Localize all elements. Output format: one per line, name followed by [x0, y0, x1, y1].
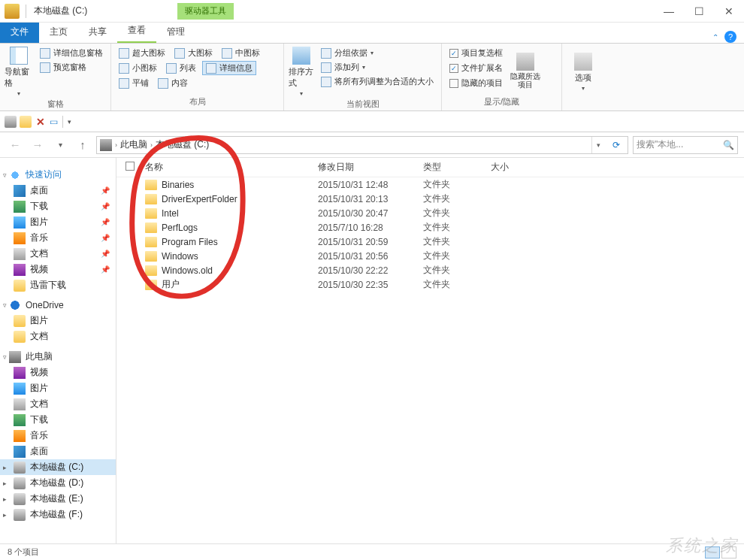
sidebar-videos[interactable]: 视频📌 [0, 262, 116, 277]
sidebar-this-pc[interactable]: ▿此电脑 [0, 349, 116, 365]
file-row[interactable]: Windows2015/10/31 20:56文件夹 [116, 249, 744, 263]
file-row[interactable]: Program Files2015/10/31 20:59文件夹 [116, 235, 744, 249]
sidebar[interactable]: ▿快速访问 桌面📌 下载📌 图片📌 音乐📌 文档📌 视频📌 迅雷下载 ▿OneD… [0, 158, 116, 543]
sidebar-drive-d[interactable]: ▸本地磁盘 (D:) [0, 475, 116, 491]
video-icon [14, 264, 26, 276]
sidebar-desktop[interactable]: 桌面📌 [0, 183, 116, 198]
column-name[interactable]: 名称 [145, 161, 318, 174]
forward-button[interactable]: → [29, 136, 47, 154]
refresh-button[interactable]: ⟳ [608, 137, 625, 153]
autosize-columns-button[interactable]: 将所有列调整为合适的大小 [318, 75, 437, 88]
sidebar-od-pictures[interactable]: 图片 [0, 313, 116, 328]
sidebar-xunlei[interactable]: 迅雷下载 [0, 277, 116, 293]
separator [62, 116, 63, 128]
options-button[interactable]: 选项 ▾ [567, 47, 600, 97]
file-type: 文件夹 [423, 264, 491, 277]
star-icon [9, 169, 21, 181]
up-button[interactable]: ↑ [74, 136, 92, 154]
nav-pane-button[interactable]: 导航窗格 ▾ [5, 47, 32, 97]
layout-tiles[interactable]: 平铺 [116, 77, 152, 89]
collapse-ribbon-icon[interactable]: ⌃ [712, 33, 718, 41]
sidebar-pc-pictures[interactable]: 图片 [0, 380, 116, 396]
sidebar-quick-access[interactable]: ▿快速访问 [0, 167, 116, 183]
layout-small[interactable]: 小图标 [116, 61, 160, 75]
drive-icon [5, 4, 20, 19]
sidebar-music[interactable]: 音乐📌 [0, 230, 116, 246]
show-hide-group-label: 显示/隐藏 [446, 95, 557, 109]
file-row[interactable]: Intel2015/10/30 20:47文件夹 [116, 206, 744, 220]
sidebar-downloads[interactable]: 下载📌 [0, 198, 116, 214]
search-input[interactable]: 搜索"本地... 🔍 [633, 136, 738, 154]
add-columns-button[interactable]: 添加列 ▾ [318, 61, 437, 74]
sidebar-drive-f[interactable]: ▸本地磁盘 (F:) [0, 507, 116, 522]
maximize-button[interactable]: ☐ [684, 0, 714, 23]
address-bar[interactable]: › 此电脑 › 本地磁盘 (C:) ▾ ⟳ [96, 136, 628, 154]
file-ext-toggle[interactable]: 文件扩展名 [446, 62, 506, 74]
breadcrumb-drive[interactable]: 本地磁盘 (C:) [156, 138, 209, 151]
column-size[interactable]: 大小 [491, 161, 551, 174]
sidebar-pc-desktop[interactable]: 桌面 [0, 443, 116, 459]
folder-icon [145, 180, 157, 190]
folder-icon [145, 265, 157, 276]
detail-pane-button[interactable]: 详细信息窗格 [37, 47, 106, 59]
tab-manage[interactable]: 管理 [156, 23, 195, 43]
delete-icon[interactable]: ✕ [35, 116, 47, 128]
hide-selected-button[interactable]: 隐藏所选项目 [510, 47, 540, 95]
recent-locations-button[interactable]: ▾ [51, 136, 69, 154]
sidebar-pc-music[interactable]: 音乐 [0, 428, 116, 443]
separator [26, 5, 26, 18]
file-list: 名称 修改日期 类型 大小 Binaries2015/10/31 12:48文件… [116, 158, 744, 543]
group-by-button[interactable]: 分组依据 ▾ [318, 47, 437, 59]
chevron-down-icon: ▾ [300, 90, 303, 97]
layout-xlarge[interactable]: 超大图标 [116, 47, 168, 59]
qat-overflow-icon[interactable]: ▾ [68, 118, 71, 126]
drive-icon[interactable] [5, 116, 17, 128]
sidebar-drive-c[interactable]: ▸本地磁盘 (C:) [0, 459, 116, 475]
layout-large[interactable]: 大图标 [171, 47, 216, 59]
layout-medium[interactable]: 中图标 [219, 47, 263, 59]
nav-pane-label: 导航窗格 [5, 66, 32, 89]
layout-details[interactable]: 详细信息 [202, 61, 256, 75]
layout-list[interactable]: 列表 [163, 61, 199, 75]
back-button[interactable]: ← [6, 136, 24, 154]
file-row[interactable]: 用户2015/10/30 22:35文件夹 [116, 277, 744, 292]
file-row[interactable]: PerfLogs2015/7/10 16:28文件夹 [116, 220, 744, 235]
tab-file[interactable]: 文件 [0, 23, 39, 43]
breadcrumb-this-pc[interactable]: 此电脑 [120, 138, 147, 151]
search-icon: 🔍 [723, 140, 734, 150]
sidebar-onedrive[interactable]: ▿OneDrive [0, 298, 116, 313]
sidebar-od-documents[interactable]: 文档 [0, 328, 116, 344]
tab-view[interactable]: 查看 [117, 21, 156, 43]
file-row[interactable]: Binaries2015/10/31 12:48文件夹 [116, 177, 744, 192]
column-headers[interactable]: 名称 修改日期 类型 大小 [116, 158, 744, 177]
panes-group-label: 窗格 [5, 97, 106, 111]
help-icon[interactable]: ? [724, 31, 736, 43]
column-type[interactable]: 类型 [423, 161, 491, 174]
folder-icon[interactable] [20, 116, 32, 128]
select-all-checkbox[interactable] [126, 162, 135, 171]
properties-icon[interactable]: ▭ [50, 117, 58, 127]
context-tab-drive-tools[interactable]: 驱动器工具 [177, 3, 234, 20]
chevron-right-icon: › [115, 141, 117, 149]
minimize-button[interactable]: — [654, 0, 684, 23]
tab-share[interactable]: 共享 [78, 23, 117, 43]
tab-home[interactable]: 主页 [39, 23, 78, 43]
sidebar-pictures[interactable]: 图片📌 [0, 214, 116, 230]
column-date[interactable]: 修改日期 [318, 161, 423, 174]
sidebar-documents[interactable]: 文档📌 [0, 246, 116, 262]
sidebar-pc-documents[interactable]: 文档 [0, 396, 116, 412]
sort-by-button[interactable]: 排序方式 ▾ [289, 47, 313, 97]
preview-pane-button[interactable]: 预览窗格 [37, 61, 106, 74]
address-dropdown[interactable]: ▾ [591, 137, 605, 153]
video-icon [14, 367, 26, 379]
sidebar-pc-videos[interactable]: 视频 [0, 365, 116, 380]
sidebar-drive-e[interactable]: ▸本地磁盘 (E:) [0, 491, 116, 507]
item-checkboxes-toggle[interactable]: 项目复选框 [446, 47, 506, 59]
layout-content[interactable]: 内容 [155, 77, 191, 89]
tiles-icon [119, 78, 129, 89]
file-row[interactable]: Windows.old2015/10/30 22:22文件夹 [116, 263, 744, 277]
file-row[interactable]: DriverExpertFolder2015/10/31 20:13文件夹 [116, 192, 744, 206]
hidden-items-toggle[interactable]: 隐藏的项目 [446, 77, 506, 89]
close-button[interactable]: ✕ [714, 0, 744, 23]
sidebar-pc-downloads[interactable]: 下载 [0, 412, 116, 428]
